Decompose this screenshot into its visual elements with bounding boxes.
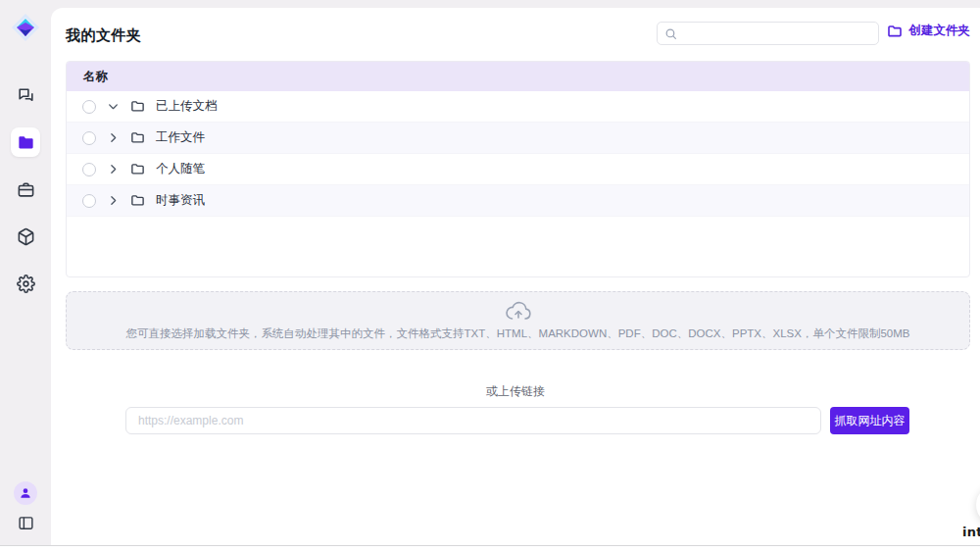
briefcase-icon	[17, 180, 35, 199]
page-header: 我的文件夹 创建文件夹	[51, 8, 980, 63]
upload-dropzone[interactable]: 您可直接选择加载文件夹，系统自动处理其中的文件，文件格式支持TXT、HTML、M…	[66, 291, 970, 350]
sidebar-item-workspace[interactable]	[11, 175, 40, 204]
sidebar-nav	[11, 80, 40, 298]
account-avatar[interactable]	[14, 481, 37, 505]
panel-toggle-button[interactable]	[18, 515, 34, 531]
gear-icon	[17, 275, 35, 293]
sidebar-item-chat[interactable]	[11, 80, 40, 110]
folder-icon	[17, 133, 35, 152]
chat-icon	[17, 86, 35, 105]
create-folder-icon	[887, 24, 903, 39]
intel-wordmark: intel	[962, 525, 980, 539]
search-icon	[664, 27, 677, 40]
panel-layout-icon	[18, 515, 34, 531]
sidebar-item-folders[interactable]	[11, 127, 40, 157]
folder-name: 已上传文档	[156, 98, 218, 115]
folder-name: 工作文件	[156, 129, 205, 146]
chevron-right-icon[interactable]	[107, 163, 120, 176]
url-input[interactable]	[125, 407, 821, 434]
sidebar	[0, 0, 51, 545]
create-folder-button[interactable]: 创建文件夹	[887, 23, 971, 39]
intel-core-logo: intel core ultra	[962, 525, 980, 552]
row-checkbox[interactable]	[82, 100, 96, 114]
main-panel: 我的文件夹 创建文件夹	[51, 8, 980, 545]
search-input[interactable]	[682, 27, 871, 39]
app-logo-icon[interactable]	[10, 12, 41, 43]
table-header-name: 名称	[67, 62, 969, 91]
sidebar-item-settings[interactable]	[11, 269, 40, 298]
row-checkbox[interactable]	[82, 131, 96, 145]
folder-name: 时事资讯	[156, 192, 205, 209]
table-row[interactable]: 已上传文档	[67, 91, 969, 123]
folder-icon	[130, 193, 145, 208]
table-row[interactable]: 工作文件	[67, 123, 969, 154]
row-checkbox[interactable]	[82, 194, 96, 208]
folder-icon	[130, 99, 145, 114]
box-icon	[17, 227, 35, 246]
folder-name: 个人随笔	[156, 161, 205, 177]
chevron-right-icon[interactable]	[107, 194, 120, 207]
upload-hint-text: 您可直接选择加载文件夹，系统自动处理其中的文件，文件格式支持TXT、HTML、M…	[126, 326, 910, 341]
or-upload-link-label: 或上传链接	[51, 383, 980, 400]
page-title: 我的文件夹	[66, 26, 142, 45]
chevron-down-icon[interactable]	[107, 100, 120, 113]
search-box	[657, 22, 879, 45]
app-background: 我的文件夹 创建文件夹	[0, 0, 980, 545]
row-checkbox[interactable]	[82, 163, 96, 176]
chevron-right-icon[interactable]	[107, 131, 120, 144]
folder-icon	[130, 162, 145, 176]
user-icon	[19, 486, 32, 500]
sidebar-bottom	[14, 481, 37, 531]
cloud-upload-icon	[506, 301, 531, 323]
folder-icon	[130, 130, 145, 145]
table-row[interactable]: 个人随笔	[67, 154, 969, 185]
url-upload-row: 抓取网址内容	[125, 407, 909, 434]
create-folder-label: 创建文件夹	[909, 23, 971, 39]
sidebar-item-apps[interactable]	[11, 222, 40, 251]
folder-table: 名称 已上传文档 工作文件	[66, 61, 970, 277]
table-row[interactable]: 时事资讯	[67, 185, 969, 217]
download-fab-button[interactable]	[976, 485, 980, 525]
window-bottom-divider	[0, 545, 980, 546]
fetch-url-button[interactable]: 抓取网址内容	[830, 407, 909, 434]
